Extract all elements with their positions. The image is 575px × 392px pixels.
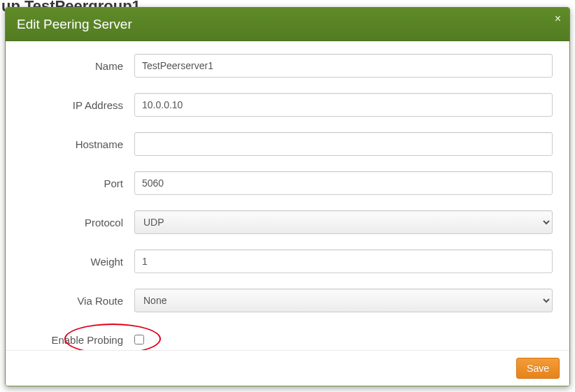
close-icon[interactable]: × xyxy=(555,13,561,24)
protocol-label: Protocol xyxy=(22,217,134,228)
hostname-field[interactable] xyxy=(134,132,553,156)
enable-probing-checkbox[interactable] xyxy=(134,335,144,344)
enable-probing-label: Enable Probing xyxy=(22,334,134,346)
weight-label: Weight xyxy=(22,256,134,268)
weight-field[interactable] xyxy=(134,249,553,273)
ip-address-label: IP Address xyxy=(22,99,134,111)
protocol-select[interactable]: UDP xyxy=(134,210,553,234)
dialog-title: Edit Peering Server xyxy=(17,17,132,31)
via-route-label: Via Route xyxy=(22,295,134,307)
hostname-label: Hostname xyxy=(22,138,134,150)
save-button[interactable]: Save xyxy=(516,358,560,379)
name-label: Name xyxy=(22,60,134,72)
dialog-footer: Save xyxy=(6,350,569,386)
name-field[interactable] xyxy=(134,54,553,78)
dialog-body: Name IP Address Hostname xyxy=(6,41,569,350)
port-field[interactable] xyxy=(134,171,553,195)
via-route-select[interactable]: None xyxy=(134,289,553,312)
dialog-header: Edit Peering Server × xyxy=(6,8,569,41)
edit-peering-server-dialog: Edit Peering Server × Name IP Address xyxy=(5,7,570,386)
port-label: Port xyxy=(22,177,134,189)
ip-address-field[interactable] xyxy=(134,93,553,117)
